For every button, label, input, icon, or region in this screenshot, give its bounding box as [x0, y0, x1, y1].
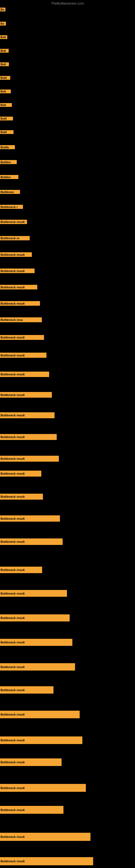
- bar-label-24: Bottleneck result: [0, 372, 49, 377]
- bar-label-16: Bottleneck re: [0, 236, 30, 240]
- bar-item-7: Bott: [0, 103, 12, 107]
- bar-item-44: Bottleneck result: [0, 833, 90, 841]
- bar-item-37: Bottleneck result: [0, 663, 75, 671]
- site-title: TheBottlenecker.com: [51, 1, 84, 5]
- bar-item-9: Bottl: [0, 130, 13, 134]
- bar-item-14: Bottleneck r: [0, 205, 23, 209]
- bar-label-9: Bottl: [0, 130, 13, 134]
- bar-item-5: Bottl: [0, 76, 10, 80]
- bar-label-40: Bottleneck result: [0, 737, 82, 744]
- bar-label-28: Bottleneck result: [0, 456, 59, 462]
- bar-label-37: Bottleneck result: [0, 663, 75, 671]
- bar-label-43: Bottleneck result: [0, 806, 63, 814]
- bar-label-38: Bottleneck result: [0, 686, 53, 693]
- bar-label-15: Bottleneck result: [0, 220, 27, 224]
- bar-label-32: Bottleneck result: [0, 538, 63, 545]
- bar-label-34: Bottleneck result: [0, 590, 67, 597]
- bar-item-28: Bottleneck result: [0, 456, 59, 462]
- bar-item-30: Bottleneck result: [0, 494, 43, 500]
- bar-item-36: Bottleneck result: [0, 639, 72, 646]
- bar-item-13: Bottlenec: [0, 190, 20, 194]
- bar-item-1: Bo: [0, 22, 6, 26]
- bar-label-23: Bottleneck result: [0, 352, 46, 358]
- bar-item-8: Bottl: [0, 117, 13, 120]
- bar-item-33: Bottleneck result: [0, 567, 42, 573]
- bar-item-23: Bottleneck result: [0, 352, 46, 358]
- bar-label-27: Bottleneck result: [0, 434, 57, 440]
- bar-item-41: Bottleneck result: [0, 758, 61, 766]
- bar-item-34: Bottleneck result: [0, 590, 67, 597]
- bar-label-0: Bo: [0, 8, 5, 11]
- bar-label-2: Bott: [0, 35, 7, 39]
- bar-item-24: Bottleneck result: [0, 372, 49, 377]
- bar-item-45: Bottleneck result: [0, 857, 93, 865]
- bar-item-19: Bottleneck result: [0, 285, 37, 289]
- bar-label-20: Bottleneck result: [0, 301, 40, 306]
- bar-item-43: Bottleneck result: [0, 806, 63, 814]
- bar-item-18: Bottleneck result: [0, 269, 35, 273]
- bar-label-4: Bott: [0, 62, 9, 66]
- bar-label-25: Bottleneck result: [0, 392, 52, 398]
- bar-label-10: Bottle: [0, 145, 15, 149]
- bar-label-17: Bottleneck result: [0, 252, 32, 257]
- bar-label-39: Bottleneck result: [0, 711, 80, 718]
- bar-item-4: Bott: [0, 62, 9, 66]
- bar-item-40: Bottleneck result: [0, 737, 82, 744]
- bar-item-11: Bottlen: [0, 160, 17, 164]
- bar-item-25: Bottleneck result: [0, 392, 52, 398]
- bar-label-36: Bottleneck result: [0, 639, 72, 646]
- bar-item-35: Bottleneck result: [0, 614, 70, 621]
- bar-item-2: Bott: [0, 35, 7, 39]
- bar-item-10: Bottle: [0, 145, 15, 149]
- bar-label-45: Bottleneck result: [0, 857, 93, 865]
- bar-item-12: Bottlen: [0, 175, 18, 179]
- bar-label-11: Bottlen: [0, 160, 17, 164]
- bar-label-19: Bottleneck result: [0, 285, 37, 289]
- bar-item-6: Bott: [0, 90, 11, 93]
- bar-label-7: Bott: [0, 103, 12, 107]
- bar-label-5: Bottl: [0, 76, 10, 80]
- bar-label-13: Bottlenec: [0, 190, 20, 194]
- bar-label-1: Bo: [0, 22, 6, 26]
- bar-label-35: Bottleneck result: [0, 614, 70, 621]
- bar-label-6: Bott: [0, 90, 11, 93]
- bar-label-14: Bottleneck r: [0, 205, 23, 209]
- bar-label-22: Bottleneck result: [0, 335, 44, 340]
- bar-label-8: Bottl: [0, 117, 13, 120]
- bar-label-26: Bottleneck result: [0, 412, 54, 418]
- bar-item-22: Bottleneck result: [0, 335, 44, 340]
- bar-item-31: Bottleneck result: [0, 516, 60, 522]
- bar-item-39: Bottleneck result: [0, 711, 80, 718]
- bar-label-18: Bottleneck result: [0, 269, 35, 273]
- bar-item-26: Bottleneck result: [0, 412, 54, 418]
- bar-label-29: Bottleneck result: [0, 471, 41, 476]
- bar-item-16: Bottleneck re: [0, 236, 30, 240]
- bar-item-21: Bottleneck resu: [0, 317, 42, 322]
- bar-item-29: Bottleneck result: [0, 471, 41, 476]
- bar-item-27: Bottleneck result: [0, 434, 57, 440]
- bar-item-0: Bo: [0, 8, 5, 11]
- bar-item-15: Bottleneck result: [0, 220, 27, 224]
- bar-item-38: Bottleneck result: [0, 686, 53, 693]
- bar-label-12: Bottlen: [0, 175, 18, 179]
- bar-item-3: Bott: [0, 49, 9, 53]
- bar-item-17: Bottleneck result: [0, 252, 32, 257]
- bar-label-3: Bott: [0, 49, 9, 53]
- bar-item-20: Bottleneck result: [0, 301, 40, 306]
- bar-item-32: Bottleneck result: [0, 538, 63, 545]
- bar-label-41: Bottleneck result: [0, 758, 61, 766]
- bar-label-30: Bottleneck result: [0, 494, 43, 500]
- bar-label-21: Bottleneck resu: [0, 317, 42, 322]
- bar-label-42: Bottleneck result: [0, 784, 86, 792]
- bar-label-31: Bottleneck result: [0, 516, 60, 522]
- bar-item-42: Bottleneck result: [0, 784, 86, 792]
- bar-label-33: Bottleneck result: [0, 567, 42, 573]
- bar-label-44: Bottleneck result: [0, 833, 90, 841]
